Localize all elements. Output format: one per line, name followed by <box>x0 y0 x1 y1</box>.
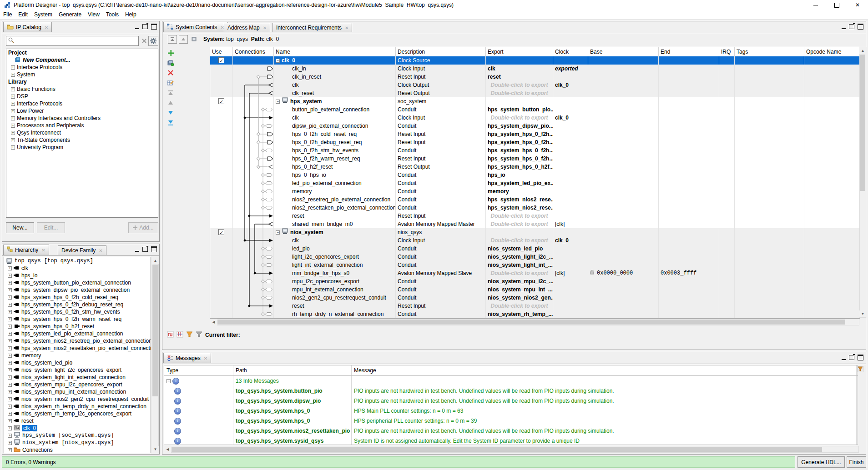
expand-icon[interactable]: + <box>11 102 15 106</box>
move-to-bottom-button[interactable] <box>166 118 175 128</box>
message-row[interactable]: itop_qsys.hps_system.sysid_qsysSystem ID… <box>164 436 858 445</box>
panel-minimize-icon[interactable] <box>842 28 846 29</box>
table-row-clk[interactable]: clkClock InputDouble-click to exportclk_… <box>210 114 860 122</box>
hierarchy-item-memory[interactable]: +memory <box>4 352 151 359</box>
table-row-memory[interactable]: memoryConduitmemory <box>210 187 860 195</box>
ip-tree-item[interactable]: +DSP <box>6 93 158 100</box>
table-row-hps_0_h2f_reset[interactable]: hps_0_h2f_resetReset Outputhps_system_hp… <box>210 163 860 171</box>
tab-close-icon[interactable]: ✕ <box>41 248 45 253</box>
hierarchy-item-nios_system_mpu_int_external_connection[interactable]: +nios_system_mpu_int_external_connection <box>4 388 151 395</box>
finish-button[interactable]: Finish <box>847 456 866 468</box>
ip-tree-item[interactable]: +System <box>6 71 158 78</box>
collapse-icon[interactable]: − <box>276 100 280 104</box>
ip-tree-item[interactable]: +Interface Protocols <box>6 100 158 107</box>
message-row[interactable]: itop_qsys.hps_system.dipsw_pioPIO inputs… <box>164 396 858 406</box>
move-up-button[interactable] <box>166 98 175 108</box>
component-icon[interactable] <box>190 35 199 44</box>
expand-icon[interactable]: + <box>8 303 12 307</box>
hierarchy-item-hps_system_nios2_resettaken_pio_external_connection[interactable]: +hps_system_nios2_resettaken_pio_externa… <box>4 345 151 352</box>
expand-icon[interactable]: + <box>11 124 15 128</box>
expand-icon[interactable]: + <box>8 405 12 409</box>
generate-hdl-button[interactable]: Generate HDL... <box>797 456 845 468</box>
ip-settings-button[interactable] <box>148 36 158 46</box>
table-row-clk[interactable]: clkClock InputDouble-click to exportclk_… <box>210 236 860 245</box>
clear-search-icon[interactable] <box>141 38 147 45</box>
add-component-button[interactable] <box>166 48 175 58</box>
hierarchy-item-Connections[interactable]: +Connections <box>4 446 151 453</box>
column-header-export[interactable]: Export <box>486 47 553 56</box>
minimize-button[interactable] <box>805 0 826 10</box>
table-row-clk[interactable]: clkClock OutputDouble-click to exportclk… <box>210 81 860 89</box>
hierarchy-item-hps_system_button_pio_external_connection[interactable]: +hps_system_button_pio_external_connecti… <box>4 279 151 286</box>
column-header-clock[interactable]: Clock <box>553 47 588 56</box>
message-row[interactable]: −i13 Info Messages <box>164 376 858 386</box>
expand-icon[interactable]: + <box>11 95 15 99</box>
maximize-button[interactable] <box>826 0 847 10</box>
expand-icon[interactable]: + <box>8 375 12 380</box>
expand-icon[interactable]: + <box>11 73 15 77</box>
panel-minimize-icon[interactable] <box>135 251 139 252</box>
panel-maximize-icon[interactable] <box>151 24 157 30</box>
panel-minimize-icon[interactable] <box>842 359 846 360</box>
tab-close-icon[interactable]: ✕ <box>45 25 48 30</box>
collapse-icon[interactable]: − <box>276 59 280 63</box>
ip-tree-item[interactable]: Project <box>6 49 158 56</box>
expand-icon[interactable]: + <box>8 274 12 278</box>
column-header-end[interactable]: End <box>659 47 719 56</box>
ip-tree-item[interactable]: +Basic Functions <box>6 85 158 93</box>
hierarchy-item-hps_system_led_pio_external_connection[interactable]: +hps_system_led_pio_external_connection <box>4 330 151 337</box>
collapse-icon[interactable]: − <box>167 379 171 383</box>
use-checkbox[interactable] <box>218 98 224 104</box>
move-to-top-button[interactable] <box>166 88 175 98</box>
remove-button[interactable] <box>166 68 175 78</box>
hierarchy-item-hps_system_hps_0_f2h_cold_reset_req[interactable]: +hps_system_hps_0_f2h_cold_reset_req <box>4 294 151 301</box>
panel-float-icon[interactable] <box>849 355 854 360</box>
message-row[interactable]: itop_qsys.hps_system.hps_0HPS peripheria… <box>164 416 858 426</box>
hierarchy-item-clk[interactable]: +clk <box>4 265 151 272</box>
table-row-hps_0_f2h_stm_hw_events[interactable]: hps_0_f2h_stm_hw_eventsConduithps_system… <box>210 146 860 155</box>
table-row-rh_temp_drdy_n_external_connection[interactable]: rh_temp_drdy_n_external_connectionCondui… <box>210 310 860 318</box>
expand-icon[interactable]: + <box>8 339 12 343</box>
expand-icon[interactable]: + <box>11 116 15 120</box>
ip-tree-item[interactable]: +Interface Protocols <box>6 64 158 71</box>
tab-device-family[interactable]: Device Family ✕ <box>58 245 106 255</box>
expand-icon[interactable]: + <box>11 138 15 142</box>
panel-float-icon[interactable] <box>849 24 854 29</box>
hierarchy-item-hps_system_nios2_resetreq_pio_external_connection[interactable]: +hps_system_nios2_resetreq_pio_external_… <box>4 337 151 345</box>
hierarchy-item-nios_system_light_i2c_opencores_export[interactable]: +nios_system_light_i2c_opencores_export <box>4 366 151 374</box>
filter-funnel-icon[interactable] <box>186 331 193 339</box>
collapse-all-button[interactable] <box>168 35 177 44</box>
expand-icon[interactable]: + <box>8 325 12 329</box>
ip-tree-item[interactable]: +Qsys Interconnect <box>6 129 158 136</box>
expand-icon[interactable]: + <box>8 354 12 358</box>
table-row-reset[interactable]: resetReset InputDouble-click to export <box>210 302 860 310</box>
collapse-icon[interactable]: − <box>276 230 280 235</box>
hierarchy-item-nios_system_rh_temp_i2c_opencores_export[interactable]: +nios_system_rh_temp_i2c_opencores_expor… <box>4 410 151 417</box>
expand-icon[interactable]: + <box>8 434 12 438</box>
table-row-hps_system[interactable]: −hps_systemsoc_system <box>210 97 860 105</box>
message-row[interactable]: itop_qsys.hps_system.hps_0HPS Main PLL c… <box>164 406 858 416</box>
scroll-down-icon[interactable]: ▼ <box>152 446 159 453</box>
column-header-irq[interactable]: IRQ <box>719 47 735 56</box>
ip-tree-item[interactable]: +Tri-State Components <box>6 136 158 144</box>
panel-minimize-icon[interactable] <box>135 28 139 29</box>
messages-column-type[interactable]: Type <box>164 365 233 375</box>
column-header-opcode-name[interactable]: Opcode Name <box>804 47 860 56</box>
expand-icon[interactable]: + <box>8 281 12 285</box>
table-row-light_int_external_connection[interactable]: light_int_external_connectionConduitnios… <box>210 261 860 269</box>
scroll-up-icon[interactable]: ▲ <box>859 47 866 54</box>
ip-tree-item[interactable]: New Component... <box>6 56 158 64</box>
lock-icon[interactable] <box>590 269 594 277</box>
ip-tree-item[interactable]: +University Program <box>6 144 158 151</box>
messages-column-path[interactable]: Path <box>233 365 352 375</box>
tab-close-icon[interactable]: ✕ <box>345 25 348 30</box>
expand-icon[interactable]: + <box>8 288 12 292</box>
hierarchy-item-clk_0[interactable]: +clk_0 <box>4 425 151 432</box>
column-header-connections[interactable]: Connections <box>233 47 274 56</box>
show-signals-icon[interactable] <box>167 331 174 339</box>
hierarchy-item-nios_system_led_pio[interactable]: +nios_system_led_pio <box>4 359 151 366</box>
table-row-button_pio_external_connection[interactable]: button_pio_external_connectionConduithps… <box>210 105 860 114</box>
hierarchy-item-nios_system_light_int_external_connection[interactable]: +nios_system_light_int_external_connecti… <box>4 374 151 381</box>
menu-tools[interactable]: Tools <box>103 10 122 19</box>
message-row[interactable]: itop_qsys.hps_system.button_pioPIO input… <box>164 386 858 396</box>
